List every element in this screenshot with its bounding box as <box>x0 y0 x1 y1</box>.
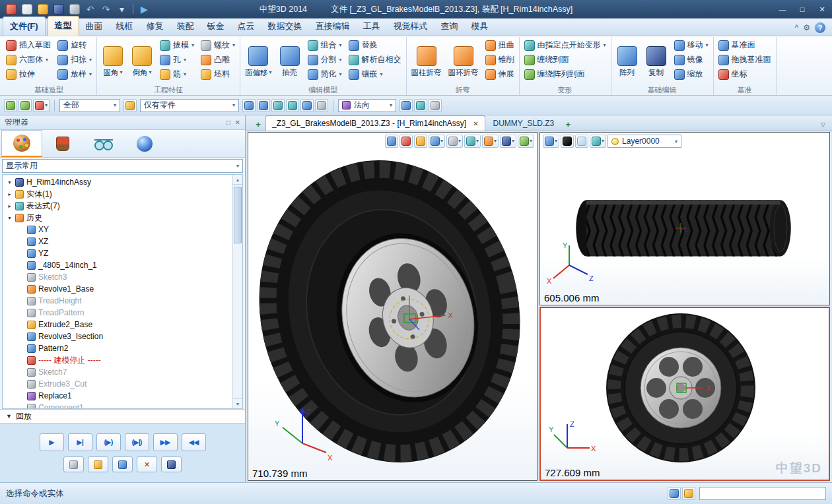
replay-play-window-to-end-button[interactable]: (▶|) <box>125 433 149 451</box>
zoom-target-button[interactable]: ▾ <box>500 135 516 148</box>
ribbon-button-simplify[interactable]: 简化▾ <box>306 67 344 81</box>
shaded-display-button[interactable]: ▾ <box>429 135 445 148</box>
add-to-selection-button[interactable] <box>18 99 32 112</box>
ribbon-button-replace[interactable]: 替换 <box>347 38 403 52</box>
ribbon-button-box[interactable]: 六面体▾ <box>4 53 53 67</box>
minimize-button[interactable]: — <box>773 2 792 16</box>
ribbon-button-mirror[interactable]: 镜像 <box>672 53 711 67</box>
ribbon-button-fillet[interactable]: 圆角▾ <box>100 38 126 85</box>
manager-tab-history[interactable] <box>1 130 42 157</box>
ribbon-button-pattern[interactable]: 阵列 <box>614 38 641 85</box>
ribbon-button-face-offset[interactable]: 面偏移▾ <box>243 38 274 85</box>
ribbon-tab-0[interactable]: 文件(F) <box>3 16 46 36</box>
ribbon-tab-1[interactable]: 造型 <box>48 16 79 36</box>
pick-filter-button[interactable] <box>4 99 17 112</box>
view-orientation-button[interactable]: ▾ <box>464 135 481 148</box>
tree-item-7[interactable]: _4805_14inch_1 <box>3 259 232 271</box>
ribbon-button-sweep[interactable]: 扫掠▾ <box>55 53 94 67</box>
ribbon-tab-8[interactable]: 数据交换 <box>261 17 309 36</box>
replay-edit-button[interactable] <box>88 457 108 472</box>
layer-combo[interactable]: Layer0000 ▾ <box>607 135 681 148</box>
walkthrough-button[interactable] <box>385 135 398 148</box>
replay-cancel-button[interactable]: ✕ <box>137 457 157 472</box>
replay-exit-button[interactable] <box>161 457 182 472</box>
ribbon-button-datum-plane[interactable]: 基准面 <box>716 38 773 52</box>
flip-normal-button[interactable] <box>399 99 413 112</box>
help-button[interactable]: ? <box>815 22 825 33</box>
tree-item-17[interactable]: Extrude3_Cut <box>3 378 232 390</box>
tree-item-8[interactable]: Sketch3 <box>3 271 232 283</box>
expand-arrow-icon[interactable]: ▸ <box>7 191 13 197</box>
layer-visibility-button[interactable]: ▾ <box>590 135 606 148</box>
ribbon-tab-4[interactable]: 修复 <box>140 17 170 36</box>
replay-play-button[interactable]: ▶ <box>40 433 64 451</box>
window-select-button[interactable] <box>271 99 285 112</box>
quick-access-dropdown-button[interactable]: ▾ <box>115 3 129 16</box>
polygon-select-button[interactable] <box>286 99 299 112</box>
tree-item-4[interactable]: XY <box>3 224 232 236</box>
view-mode-button[interactable]: ▾ <box>543 135 559 148</box>
part-filter-button[interactable] <box>123 99 137 112</box>
ribbon-button-cylindrical-bend[interactable]: 圆柱折弯 <box>409 38 444 85</box>
replay-demo-button[interactable] <box>112 457 133 472</box>
bottom-right-viewport[interactable]: X Z Y X 中望3D 727.609 mm <box>539 307 830 481</box>
ribbon-button-drag-datum-plane[interactable]: 拖拽基准面 <box>716 53 773 67</box>
ribbon-tab-10[interactable]: 工具 <box>357 17 387 36</box>
tree-item-10[interactable]: TreadHeight <box>3 295 232 307</box>
ribbon-button-twist[interactable]: 扭曲 <box>483 38 516 52</box>
normal-direction-combo[interactable]: 法向 ▾ <box>338 99 396 112</box>
document-tab-1[interactable]: DUMMY_SLD.Z3 <box>487 115 561 131</box>
ribbon-tab-7[interactable]: 点云 <box>231 17 261 36</box>
ribbon-button-combine[interactable]: 组合▾ <box>306 38 344 52</box>
sync-views-button[interactable] <box>414 99 427 112</box>
ribbon-tab-3[interactable]: 线框 <box>110 17 140 36</box>
scroll-up-icon[interactable]: ▲ <box>233 175 242 185</box>
expand-arrow-icon[interactable]: ▾ <box>7 179 13 185</box>
ribbon-tab-6[interactable]: 钣金 <box>201 17 231 36</box>
entity-filter-combo[interactable]: 全部 ▾ <box>59 99 120 112</box>
wireframe-display-button[interactable]: ▾ <box>446 135 463 148</box>
ribbon-button-stretch[interactable]: 伸展 <box>483 67 516 81</box>
tree-item-18[interactable]: Replace1 <box>3 390 232 402</box>
ribbon-button-thread[interactable]: 螺纹▾ <box>199 38 237 52</box>
ribbon-button-stock[interactable]: 坯料 <box>199 67 237 81</box>
ribbon-tab-13[interactable]: 模具 <box>465 17 495 36</box>
ribbon-button-emboss[interactable]: 凸雕 <box>199 53 237 67</box>
chain-select-button[interactable] <box>300 99 314 112</box>
ribbon-button-deform-by-point[interactable]: 由指定点开始变形▾ <box>522 38 608 52</box>
replay-fast-forward-button[interactable]: ▶▶ <box>153 433 178 451</box>
replay-header[interactable]: ▼ 回放 <box>0 409 245 424</box>
ribbon-tab-9[interactable]: 直接编辑 <box>309 17 357 36</box>
main-viewport[interactable]: X ▾▾▾▾▾▾ Z Y X 710.739 mm <box>248 132 537 481</box>
command-input[interactable] <box>699 487 826 500</box>
expand-arrow-icon[interactable]: ▸ <box>7 203 13 209</box>
visual-style-button[interactable]: ▾ <box>482 135 499 148</box>
tree-item-2[interactable]: ▸表达式(7) <box>3 200 232 212</box>
ribbon-button-split[interactable]: 分割▾ <box>306 53 344 67</box>
remove-from-selection-button[interactable]: ▾ <box>33 99 50 112</box>
ribbon-button-wrap-to-face[interactable]: 缠绕到面 <box>522 53 608 67</box>
close-button[interactable]: ✕ <box>812 2 832 16</box>
replay-rewind-button[interactable]: ◀◀ <box>182 433 206 451</box>
new-file-button[interactable] <box>20 3 34 16</box>
ribbon-button-chamfer[interactable]: 倒角▾ <box>129 38 155 85</box>
undo-button[interactable]: ↶ <box>83 3 97 16</box>
input-mode-button[interactable] <box>682 487 695 500</box>
ribbon-tab-5[interactable]: 装配 <box>170 17 201 36</box>
ribbon-tab-12[interactable]: 查询 <box>434 17 465 36</box>
ribbon-tab-2[interactable]: 曲面 <box>79 17 110 36</box>
tree-item-11[interactable]: TreadPattern <box>3 307 232 319</box>
play-button[interactable]: ▶ <box>137 3 151 16</box>
ribbon-button-taper[interactable]: 锥削 <box>483 53 516 67</box>
scroll-down-icon[interactable]: ▼ <box>233 398 242 408</box>
scrollbar-thumb[interactable] <box>234 187 242 243</box>
tree-item-14[interactable]: Pattern2 <box>3 342 232 354</box>
select-list-button[interactable] <box>242 99 256 112</box>
tab-overflow-icon[interactable]: ▽ <box>818 121 828 131</box>
print-button[interactable] <box>67 3 81 16</box>
ribbon-button-insert-sketch[interactable]: 插入草图 <box>4 38 53 52</box>
tree-item-16[interactable]: Sketch7 <box>3 366 232 378</box>
replay-regen-button[interactable] <box>63 457 84 472</box>
ribbon-button-shell[interactable]: 抽壳 <box>277 38 303 85</box>
pick-origin-button[interactable] <box>429 99 442 112</box>
